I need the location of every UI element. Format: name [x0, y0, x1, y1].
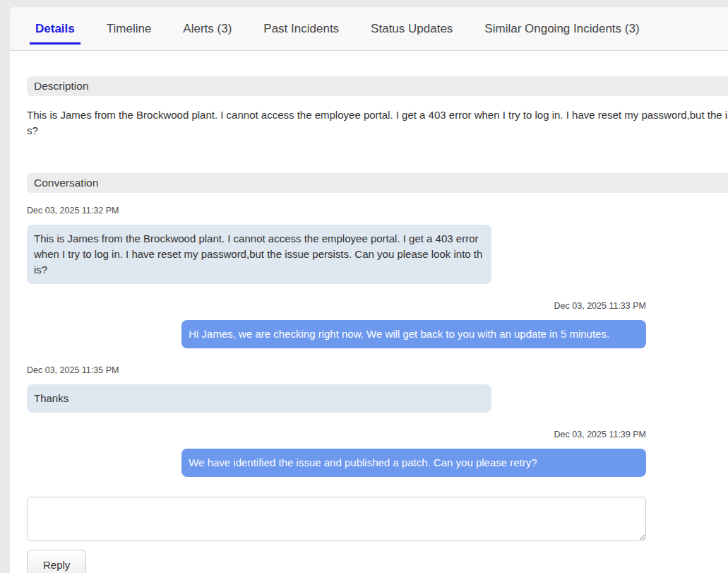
chat-message-list: Dec 03, 2025 11:32 PMThis is James from … — [27, 206, 646, 477]
tab-alerts-3[interactable]: Alerts (3) — [177, 16, 237, 45]
chat-bubble-right: We have identified the issue and publish… — [181, 449, 646, 477]
reply-button[interactable]: Reply — [27, 550, 86, 573]
message-timestamp: Dec 03, 2025 11:33 PM — [27, 301, 646, 311]
tab-past-incidents[interactable]: Past Incidents — [258, 16, 345, 45]
chat-bubble-left: Thanks — [27, 384, 491, 413]
conversation-section-header: Conversation — [27, 173, 728, 193]
chat-bubble-left: This is James from the Brockwood plant. … — [27, 225, 491, 284]
tab-details[interactable]: Details — [30, 16, 80, 45]
tab-timeline[interactable]: Timeline — [101, 16, 157, 45]
description-text: This is James from the Brockwood plant. … — [27, 107, 728, 138]
details-tab-content: Description This is James from the Brock… — [10, 51, 728, 573]
conversation-section: Conversation Dec 03, 2025 11:32 PMThis i… — [27, 173, 728, 573]
message-timestamp: Dec 03, 2025 11:35 PM — [27, 365, 646, 375]
message-timestamp: Dec 03, 2025 11:32 PM — [27, 206, 646, 215]
description-section: Description This is James from the Brock… — [27, 76, 728, 138]
description-section-header: Description — [27, 76, 728, 96]
tab-bar: DetailsTimelineAlerts (3)Past IncidentsS… — [10, 7, 728, 51]
tab-status-updates[interactable]: Status Updates — [365, 16, 458, 45]
reply-input[interactable] — [27, 497, 646, 541]
incident-detail-card: DetailsTimelineAlerts (3)Past IncidentsS… — [10, 7, 728, 573]
tab-similar-ongoing-incidents-3[interactable]: Similar Ongoing Incidents (3) — [479, 16, 645, 45]
message-timestamp: Dec 03, 2025 11:39 PM — [27, 430, 646, 439]
chat-bubble-right: Hi James, we are checking right now. We … — [181, 320, 646, 348]
